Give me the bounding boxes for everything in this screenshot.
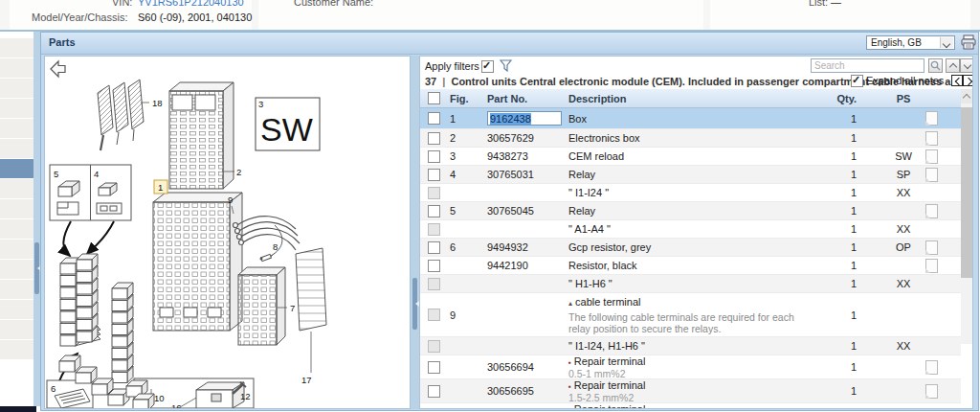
print-button[interactable] — [960, 34, 977, 50]
diagram-callout[interactable]: 9 — [228, 195, 233, 205]
row-checkbox[interactable] — [428, 241, 440, 254]
vin-value[interactable]: YV1RS61P212040130 — [138, 0, 244, 8]
sidebar-item[interactable] — [0, 58, 33, 79]
table-row[interactable]: " H1-H6 "1XX — [420, 275, 961, 293]
sidebar-item[interactable] — [0, 240, 33, 260]
search-next-button[interactable] — [960, 58, 973, 73]
diagram-callout[interactable]: 7 — [290, 303, 295, 313]
diagram-callout[interactable]: 16 — [171, 402, 182, 408]
table-row[interactable]: 530765045Relay1 — [420, 202, 961, 220]
sidebar-item[interactable] — [0, 199, 33, 219]
header-select-checkbox[interactable] — [428, 92, 440, 104]
search-prev-button[interactable] — [946, 58, 960, 73]
diagram-callout[interactable]: 6 — [51, 383, 56, 394]
description-label: Resistor, black — [568, 260, 637, 271]
column-header-part[interactable]: Part No. — [479, 89, 564, 107]
diagram-callout[interactable]: 8 — [273, 241, 278, 252]
column-header-qty[interactable]: Qty. — [826, 89, 858, 107]
sidebar-splitter[interactable] — [33, 32, 40, 406]
row-checkbox[interactable] — [428, 132, 440, 145]
apply-filters-checkbox[interactable] — [481, 60, 494, 73]
diagram-cube — [112, 325, 127, 335]
splitter-handle[interactable] — [412, 278, 417, 330]
chevron-down-icon[interactable] — [940, 37, 953, 48]
sidebar-item[interactable] — [0, 340, 33, 360]
sidebar-item[interactable] — [0, 139, 33, 159]
sidebar-item[interactable] — [0, 159, 33, 179]
splitter-handle[interactable] — [34, 242, 39, 294]
note-icon[interactable] — [925, 259, 938, 273]
expand-notes-checkbox[interactable] — [851, 75, 863, 87]
diagram-callout[interactable]: 17 — [301, 375, 312, 385]
column-header-ps[interactable]: PS — [870, 89, 937, 107]
sidebar-item[interactable] — [0, 260, 33, 280]
note-cell — [920, 337, 952, 355]
table-row[interactable]: 19162438Box1 — [420, 108, 961, 129]
sidebar-item[interactable] — [0, 119, 33, 139]
diagram-callout[interactable]: 2 — [236, 167, 241, 177]
row-checkbox[interactable] — [428, 361, 440, 374]
table-row[interactable]: 30656695▪Repair terminal1.5-2.5 mm%21 — [420, 379, 961, 403]
search-button[interactable] — [928, 58, 943, 73]
back-button[interactable] — [51, 61, 65, 77]
note-icon[interactable] — [925, 131, 938, 146]
table-row[interactable]: " I1-I24, H1-H6 "1XX — [420, 337, 961, 355]
sidebar-item[interactable] — [0, 38, 33, 58]
scrollbar-up-button[interactable] — [961, 89, 972, 103]
prev-page-button[interactable] — [951, 75, 963, 86]
row-checkbox[interactable] — [428, 409, 440, 410]
search-input[interactable] — [811, 58, 924, 73]
note-icon[interactable] — [925, 240, 938, 255]
part-number-cell: 9162438 — [479, 108, 564, 128]
table-row[interactable]: 430765031Relay1SP — [420, 166, 961, 184]
note-icon[interactable] — [925, 360, 938, 375]
table-row[interactable]: 39438273CEM reload1SW — [420, 148, 961, 166]
sidebar-item[interactable] — [0, 219, 33, 240]
parts-panel: Parts English, GB — [40, 32, 979, 411]
row-checkbox[interactable] — [428, 112, 440, 125]
table-row[interactable]: 69494932Gcp resistor, grey1OP — [420, 239, 961, 257]
part-number-input[interactable]: 9162438 — [487, 111, 562, 126]
sidebar-item[interactable] — [0, 320, 33, 340]
column-header-fig[interactable]: Fig. — [445, 89, 479, 107]
table-row[interactable]: 9▴cable terminalThe following cable term… — [420, 293, 961, 337]
sidebar-item[interactable] — [0, 179, 33, 199]
diagram-callout[interactable]: 12 — [240, 391, 251, 401]
sidebar-item[interactable] — [0, 99, 33, 119]
scrollbar-thumb[interactable] — [961, 107, 972, 278]
sidebar-item[interactable] — [0, 280, 33, 300]
note-marker-icon: ▪ — [568, 406, 571, 410]
note-icon[interactable] — [925, 168, 938, 182]
row-checkbox[interactable] — [428, 169, 440, 181]
diagram-callout[interactable]: 18 — [152, 98, 163, 108]
diagram-callout[interactable]: 5 — [54, 169, 58, 179]
note-icon[interactable] — [925, 408, 938, 410]
table-row[interactable]: " A1-A4 "1XX — [420, 220, 961, 239]
table-row[interactable]: 30656694▪Repair terminal0.5-1 mm%21 — [420, 355, 961, 379]
checkbox-cell — [420, 166, 445, 183]
row-checkbox[interactable] — [428, 150, 440, 163]
diagram-callout[interactable]: 1 — [158, 182, 163, 193]
table-row[interactable]: 9442190Resistor, black1 — [420, 257, 961, 275]
panel-splitter[interactable] — [411, 56, 419, 409]
table-row[interactable]: " I1-I24 "1XX — [420, 184, 961, 202]
row-checkbox[interactable] — [428, 385, 440, 398]
sidebar-item[interactable] — [0, 79, 33, 99]
diagram-callout[interactable]: 4 — [94, 169, 99, 179]
language-select[interactable]: English, GB — [866, 35, 955, 50]
diagram-cube — [60, 335, 76, 346]
table-row[interactable]: 230657629Electronics box1 — [420, 129, 961, 148]
note-icon[interactable] — [925, 204, 938, 218]
row-checkbox[interactable] — [428, 260, 440, 272]
diagram-callout[interactable]: 10 — [154, 393, 165, 403]
sidebar-item[interactable] — [0, 300, 33, 320]
note-icon[interactable] — [925, 111, 938, 126]
row-checkbox[interactable] — [428, 205, 440, 217]
diagram-callout[interactable]: 3 — [258, 99, 263, 109]
note-icon[interactable] — [925, 149, 938, 164]
note-icon[interactable] — [925, 384, 938, 399]
qty-cell: 1 — [826, 202, 858, 219]
table-row[interactable]: 30656696▪Repair terminal4-6 mm%21 — [420, 403, 961, 409]
column-header-description[interactable]: Description — [564, 89, 830, 107]
filter-icon[interactable] — [500, 59, 512, 72]
